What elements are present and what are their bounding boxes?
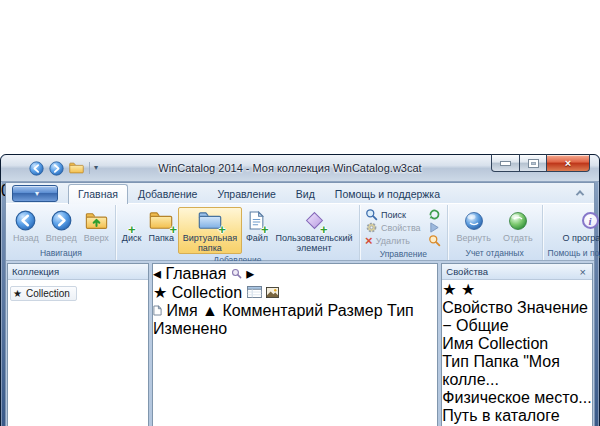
window-controls: × — [491, 154, 590, 172]
tab-vid[interactable]: Вид — [286, 184, 325, 203]
return-button[interactable]: Вернуть — [454, 207, 494, 247]
document-tab-main[interactable]: Главная — [165, 265, 226, 282]
column-size[interactable]: Размер — [328, 302, 383, 319]
collapse-icon[interactable]: − — [442, 317, 451, 334]
add-custom-item-button[interactable]: + Пользовательский элемент — [272, 207, 356, 254]
address-star-icon: ★ — [153, 284, 167, 301]
group-label-lending: Учет отданных — [449, 247, 541, 260]
value-column-header[interactable]: Значение — [517, 299, 588, 316]
maximize-button[interactable] — [520, 154, 547, 172]
tab-scroll-left-button[interactable]: ◂ — [153, 265, 161, 282]
give-out-button[interactable]: Отдать — [500, 207, 536, 247]
address-bar: ★ Collection — [153, 283, 437, 302]
forward-circle-icon — [51, 209, 72, 232]
quick-access-toolbar: ▾ — [1, 160, 98, 177]
go-to-button[interactable] — [427, 221, 442, 234]
back-circle-icon — [15, 209, 36, 232]
sort-ascending-icon: ▲ — [202, 302, 218, 319]
collection-panel: Коллекция ★ Collection ★ Ко... Кл... — [7, 263, 149, 426]
folder-up-icon — [85, 209, 108, 232]
preview-star-small-icon: ★ — [461, 281, 475, 298]
application-menu-button[interactable]: ▾ — [12, 185, 58, 202]
folder-up-icon — [69, 162, 84, 174]
close-icon: × — [565, 157, 571, 169]
qat-forward-button[interactable] — [48, 160, 65, 177]
property-row-physical-location[interactable]: Физическое место... — [442, 389, 592, 407]
up-button[interactable]: Вверх — [81, 207, 112, 247]
ribbon-group-navigation: Назад Вперед Вверх Навигация — [7, 205, 116, 260]
wincatalog-window: ▾ WinCatalog 2014 - Моя коллекция WinCat… — [0, 154, 600, 426]
qat-up-button[interactable] — [68, 160, 85, 177]
forward-button[interactable]: Вперед — [43, 207, 80, 247]
return-sphere-icon — [464, 209, 484, 232]
ribbon: Назад Вперед Вверх Навигация + — [6, 203, 594, 261]
property-row-name[interactable]: Имя Collection — [442, 335, 592, 353]
column-comment[interactable]: Комментарий — [222, 302, 323, 319]
tab-pomosh[interactable]: Помощь и поддержка — [325, 184, 450, 203]
column-modified[interactable]: Изменено — [153, 320, 227, 337]
minimize-button[interactable] — [491, 154, 520, 172]
search-orange-icon — [428, 234, 441, 247]
property-group-general[interactable]: − Общие — [442, 317, 592, 335]
find-next-button[interactable] — [427, 234, 442, 247]
minimize-icon — [501, 162, 510, 165]
search-icon — [365, 208, 378, 221]
document-tab-search[interactable] — [231, 265, 246, 282]
minimize-ribbon-button[interactable] — [573, 187, 587, 198]
add-folder-button[interactable]: + Папка — [145, 207, 177, 254]
add-virtual-folder-button[interactable]: + Виртуальная папка — [178, 207, 242, 254]
window-title: WinCatalog 2014 - Моя коллекция WinCatal… — [91, 162, 489, 174]
tab-glavnaya[interactable]: Главная — [68, 184, 128, 204]
property-column-header[interactable]: Свойство — [442, 299, 512, 316]
close-button[interactable]: × — [547, 154, 590, 172]
group-label-help: Помощь и поддержка — [544, 247, 600, 260]
ribbon-group-manage: Поиск Свойства × Удалить — [360, 205, 448, 260]
column-type[interactable]: Тип — [387, 302, 414, 319]
qat-customize-button[interactable]: ▾ — [94, 164, 98, 172]
details-view-button[interactable] — [247, 284, 266, 301]
group-label-manage: Управление — [361, 248, 446, 260]
properties-table-header: Свойство Значение — [442, 299, 592, 317]
column-name[interactable]: Имя ▲ — [166, 302, 222, 319]
delete-x-icon: × — [365, 235, 373, 247]
preview-star-icon: ★ — [442, 281, 456, 298]
title-bar[interactable]: ▾ WinCatalog 2014 - Моя коллекция WinCat… — [1, 155, 599, 182]
main-area: Коллекция ★ Collection ★ Ко... Кл... — [6, 261, 594, 426]
qat-separator — [89, 162, 90, 174]
refresh-small-icon — [428, 208, 441, 221]
forward-icon — [49, 161, 64, 176]
thumbnails-view-button[interactable] — [266, 284, 279, 301]
chevron-up-icon — [576, 190, 584, 198]
app-menu-caret-icon: ▾ — [35, 190, 39, 198]
tab-upravlenie[interactable]: Управление — [207, 184, 285, 203]
search-button[interactable]: Поиск — [363, 208, 423, 221]
page-icon — [153, 305, 162, 316]
collection-panel-header: Коллекция — [8, 264, 148, 280]
properties-panel-header: Свойства × — [442, 264, 592, 280]
property-row-type[interactable]: Тип Папка "Моя колле... — [442, 353, 592, 389]
qat-back-button[interactable] — [28, 160, 45, 177]
collection-tree[interactable]: ★ Collection — [8, 280, 148, 426]
tab-scroll-right-button[interactable]: ▸ — [246, 265, 254, 282]
about-button[interactable]: i О программе — [559, 207, 600, 247]
details-view-icon — [247, 286, 262, 298]
column-icon[interactable] — [153, 302, 166, 319]
give-out-sphere-icon — [508, 209, 528, 232]
panel-close-button[interactable]: × — [578, 267, 588, 277]
property-row-catalog-path[interactable]: Путь в каталоге — [442, 407, 592, 425]
column-headers: Имя ▲ Комментарий Размер Тип Изменено — [153, 302, 437, 338]
ribbon-group-help: i О программе Помощь и поддержка — [543, 205, 600, 260]
app-icon — [8, 160, 25, 177]
add-file-button[interactable]: + Файл — [243, 207, 271, 254]
add-disk-button[interactable]: + Диск — [119, 207, 145, 254]
tree-item-collection[interactable]: ★ Collection — [10, 286, 77, 301]
tab-dobavlenie[interactable]: Добавление — [128, 184, 208, 203]
back-button[interactable]: Назад — [10, 207, 42, 247]
update-catalog-button[interactable] — [427, 208, 442, 221]
properties-panel: Свойства × ★ ★ Свойство Значение − Общие… — [441, 263, 593, 426]
address-field[interactable]: ★ Collection — [153, 284, 247, 301]
client-area: ▾ Главная Добавление Управление Вид Помо… — [5, 182, 595, 426]
ribbon-group-add: + Диск + Папка + Виртуальная папка + Фай… — [116, 205, 360, 260]
delete-button[interactable]: × Удалить — [363, 234, 423, 247]
search-tab-icon — [231, 268, 242, 279]
